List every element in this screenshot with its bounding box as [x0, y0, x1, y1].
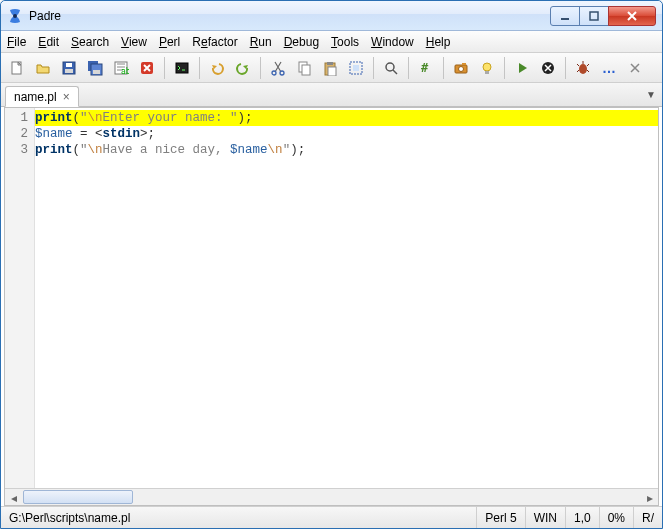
svg-rect-13	[176, 63, 188, 73]
minimize-button[interactable]	[550, 6, 580, 26]
maximize-button[interactable]	[579, 6, 609, 26]
titlebar: Padre	[1, 1, 662, 31]
menu-perl[interactable]: Perl	[159, 35, 180, 49]
comment-icon[interactable]: #	[414, 56, 438, 80]
svg-rect-5	[66, 63, 72, 67]
svg-point-0	[13, 14, 17, 18]
status-bar: G:\Perl\scripts\name.pl Perl 5 WIN 1,0 0…	[1, 506, 662, 528]
cut-icon[interactable]	[266, 56, 290, 80]
menu-refactor[interactable]: Refactor	[192, 35, 237, 49]
menu-file[interactable]: File	[7, 35, 26, 49]
more-icon[interactable]: …	[597, 56, 621, 80]
status-pct: 0%	[600, 507, 634, 528]
tab-name-pl[interactable]: name.pl ×	[5, 86, 79, 107]
tab-close-icon[interactable]: ×	[63, 90, 70, 104]
gutter: 123	[5, 108, 35, 488]
open-file-icon[interactable]	[31, 56, 55, 80]
window-title: Padre	[29, 9, 551, 23]
separator	[199, 57, 200, 79]
separator	[164, 57, 165, 79]
separator	[408, 57, 409, 79]
separator	[373, 57, 374, 79]
svg-point-23	[386, 63, 394, 71]
svg-rect-6	[65, 69, 73, 73]
status-pos: 1,0	[566, 507, 600, 528]
separator	[443, 57, 444, 79]
tabbar: name.pl × ▼	[1, 83, 662, 107]
find-icon[interactable]	[379, 56, 403, 80]
svg-point-31	[579, 64, 587, 74]
stop-run-icon[interactable]	[536, 56, 560, 80]
menu-window[interactable]: Window	[371, 35, 414, 49]
save-icon[interactable]	[57, 56, 81, 80]
svg-rect-19	[327, 62, 333, 65]
horizontal-scrollbar[interactable]: ◂ ▸	[5, 488, 658, 505]
scroll-left-icon[interactable]: ◂	[5, 489, 22, 506]
undo-icon[interactable]	[205, 56, 229, 80]
scroll-thumb[interactable]	[23, 490, 133, 504]
status-path: G:\Perl\scripts\name.pl	[1, 507, 477, 528]
svg-rect-29	[485, 71, 489, 74]
svg-text:abc: abc	[121, 67, 129, 76]
menu-help[interactable]: Help	[426, 35, 451, 49]
scroll-right-icon[interactable]: ▸	[641, 489, 658, 506]
svg-point-26	[459, 66, 464, 71]
svg-point-14	[272, 71, 276, 75]
editor: 123 print("\nEnter your name: ");$name =…	[4, 107, 659, 506]
syntax-check-icon[interactable]: abc	[109, 56, 133, 80]
svg-point-15	[280, 71, 284, 75]
select-all-icon[interactable]	[344, 56, 368, 80]
menu-edit[interactable]: Edit	[38, 35, 59, 49]
menu-view[interactable]: View	[121, 35, 147, 49]
separator	[504, 57, 505, 79]
menu-run[interactable]: Run	[250, 35, 272, 49]
save-all-icon[interactable]	[83, 56, 107, 80]
stop-icon[interactable]	[135, 56, 159, 80]
run-icon[interactable]	[510, 56, 534, 80]
svg-rect-2	[590, 12, 598, 20]
menu-search[interactable]: Search	[71, 35, 109, 49]
copy-icon[interactable]	[292, 56, 316, 80]
separator	[565, 57, 566, 79]
code-area[interactable]: 123 print("\nEnter your name: ");$name =…	[5, 108, 658, 488]
debug-icon[interactable]	[571, 56, 595, 80]
menubar: File Edit Search View Perl Refactor Run …	[1, 31, 662, 53]
toolbar: abc # …	[1, 53, 662, 83]
new-file-icon[interactable]	[5, 56, 29, 80]
menu-tools[interactable]: Tools	[331, 35, 359, 49]
camera-icon[interactable]	[449, 56, 473, 80]
svg-rect-22	[353, 65, 359, 71]
svg-rect-27	[462, 63, 466, 65]
close-panel-icon[interactable]	[623, 56, 647, 80]
svg-rect-17	[302, 65, 310, 75]
redo-icon[interactable]	[231, 56, 255, 80]
svg-rect-20	[328, 67, 336, 76]
status-os: WIN	[526, 507, 566, 528]
close-button[interactable]	[608, 6, 656, 26]
svg-point-28	[483, 63, 491, 71]
terminal-icon[interactable]	[170, 56, 194, 80]
paste-icon[interactable]	[318, 56, 342, 80]
app-icon	[7, 8, 23, 24]
svg-text:#: #	[421, 61, 429, 75]
status-lang: Perl 5	[477, 507, 525, 528]
status-mode: R/	[634, 507, 662, 528]
separator	[260, 57, 261, 79]
tab-dropdown-icon[interactable]: ▼	[646, 89, 656, 100]
menu-debug[interactable]: Debug	[284, 35, 319, 49]
code-lines[interactable]: print("\nEnter your name: ");$name = <st…	[35, 108, 658, 488]
svg-rect-1	[561, 18, 569, 20]
svg-rect-9	[93, 70, 100, 74]
tab-label: name.pl	[14, 90, 57, 104]
lightbulb-icon[interactable]	[475, 56, 499, 80]
